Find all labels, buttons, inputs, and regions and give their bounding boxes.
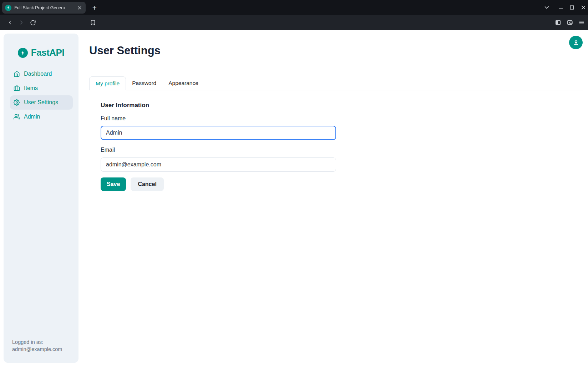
logged-in-email: admin@example.com xyxy=(12,346,62,353)
window-close-button[interactable] xyxy=(579,3,588,12)
window-minimize-button[interactable] xyxy=(557,3,565,12)
browser-tab[interactable]: Full Stack Project Genera xyxy=(2,2,86,14)
window-maximize-button[interactable] xyxy=(568,3,576,12)
users-icon xyxy=(14,114,20,120)
form-actions: Save Cancel xyxy=(101,177,164,191)
fastapi-favicon-icon xyxy=(5,5,11,11)
sidebar-item-items[interactable]: Items xyxy=(10,81,73,95)
home-icon xyxy=(14,71,20,77)
tab-my-profile[interactable]: My profile xyxy=(89,76,126,90)
email-input[interactable] xyxy=(101,157,336,172)
browser-window: Full Stack Project Genera + xyxy=(0,0,588,366)
tab-close-icon[interactable] xyxy=(76,5,83,11)
gear-icon xyxy=(14,99,20,106)
menu-hamburger-icon[interactable] xyxy=(577,18,586,27)
back-button[interactable] xyxy=(6,18,14,27)
browser-tab-strip: Full Stack Project Genera + xyxy=(0,0,588,15)
briefcase-icon xyxy=(14,85,20,91)
reload-button[interactable] xyxy=(29,18,37,27)
user-menu-avatar-button[interactable] xyxy=(569,36,583,49)
settings-tabs: My profile Password Appearance xyxy=(89,76,583,90)
tab-appearance[interactable]: Appearance xyxy=(162,76,204,90)
email-label: Email xyxy=(101,147,115,153)
tab-title: Full Stack Project Genera xyxy=(14,5,71,10)
full-name-input[interactable] xyxy=(101,126,336,140)
brave-wallet-icon[interactable] xyxy=(566,18,574,27)
fastapi-logo-icon xyxy=(18,48,28,58)
side-panel-icon[interactable] xyxy=(554,18,562,27)
save-button[interactable]: Save xyxy=(101,177,126,191)
full-name-label: Full name xyxy=(101,115,126,122)
sidebar-item-dashboard[interactable]: Dashboard xyxy=(10,67,73,81)
logged-in-info: Logged in as: admin@example.com xyxy=(12,339,62,353)
logo-text: FastAPI xyxy=(31,47,64,58)
tab-search-chevron-icon[interactable] xyxy=(542,3,551,12)
browser-toolbar: localhost/settings 1 xyxy=(0,15,588,30)
sidebar-item-label: Admin xyxy=(24,114,40,120)
sidebar-item-label: User Settings xyxy=(24,99,58,106)
app-page: FastAPI Dashboard Items User Settings xyxy=(0,30,588,366)
section-title: User Information xyxy=(101,102,149,109)
page-title: User Settings xyxy=(89,44,161,57)
fastapi-logo: FastAPI xyxy=(4,47,78,58)
sidebar-item-admin[interactable]: Admin xyxy=(10,110,73,124)
sidebar-nav: Dashboard Items User Settings Admin xyxy=(4,67,78,124)
sidebar-item-user-settings[interactable]: User Settings xyxy=(10,95,73,110)
sidebar-item-label: Items xyxy=(24,85,38,91)
logged-in-label: Logged in as: xyxy=(12,339,62,346)
forward-button[interactable] xyxy=(17,18,26,27)
tab-password[interactable]: Password xyxy=(126,76,162,90)
sidebar-item-label: Dashboard xyxy=(24,71,52,77)
user-astronaut-icon xyxy=(573,39,579,46)
cancel-button[interactable]: Cancel xyxy=(131,177,163,191)
new-tab-button[interactable]: + xyxy=(90,3,99,12)
bookmark-icon[interactable] xyxy=(88,18,97,27)
sidebar: FastAPI Dashboard Items User Settings xyxy=(4,34,78,363)
